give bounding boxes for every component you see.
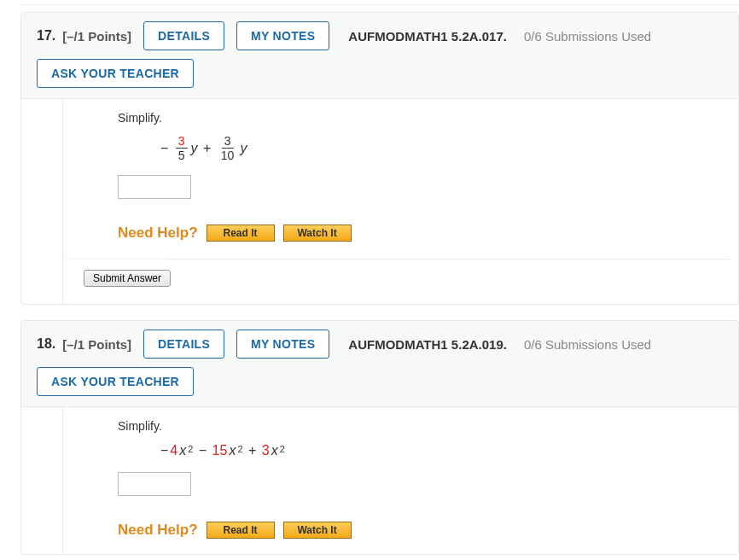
exponent: 2 — [188, 444, 193, 454]
answer-input[interactable] — [118, 472, 191, 496]
variable: x — [229, 443, 236, 458]
need-help-label: Need Help? — [118, 225, 198, 242]
variable: y — [191, 141, 198, 156]
need-help-row: Need Help? Read It Watch It — [118, 225, 730, 242]
details-button[interactable]: DETAILS — [143, 21, 224, 50]
exponent: 2 — [280, 444, 285, 454]
variable: x — [271, 443, 278, 458]
question-number: 17. — [37, 28, 55, 44]
instruction-text: Simplify. — [118, 419, 730, 433]
question-header: 18. [–/1 Points] DETAILS MY NOTES AUFMOD… — [21, 321, 738, 407]
denominator: 5 — [176, 149, 188, 161]
need-help-label: Need Help? — [118, 522, 198, 539]
answer-input[interactable] — [118, 175, 191, 199]
my-notes-button[interactable]: MY NOTES — [236, 21, 329, 50]
ask-teacher-button[interactable]: ASK YOUR TEACHER — [37, 59, 194, 88]
submissions-used: 0/6 Submissions Used — [524, 29, 651, 44]
question-body: Simplify. −4x2 − 15x2 + 3x2 Need Help? R… — [62, 407, 738, 554]
math-expression: −4x2 − 15x2 + 3x2 — [160, 443, 730, 458]
question-body: Simplify. − 3 5 y + 3 10 y Need Help? Re… — [62, 99, 738, 304]
submit-row: Submit Answer — [63, 259, 730, 295]
watch-it-button[interactable]: Watch It — [283, 225, 352, 242]
submit-answer-button[interactable]: Submit Answer — [84, 270, 171, 287]
variable: x — [179, 443, 186, 458]
question-code: AUFMODMATH1 5.2A.019. — [348, 337, 507, 352]
question-17: 17. [–/1 Points] DETAILS MY NOTES AUFMOD… — [20, 12, 739, 305]
numerator: 3 — [176, 135, 188, 149]
math-expression: − 3 5 y + 3 10 y — [160, 135, 730, 161]
question-18: 18. [–/1 Points] DETAILS MY NOTES AUFMOD… — [20, 320, 739, 555]
denominator: 10 — [218, 149, 237, 161]
question-number: 18. — [37, 336, 55, 352]
coef: 15 — [212, 443, 228, 458]
question-points: [–/1 Points] — [62, 29, 131, 44]
question-code: AUFMODMATH1 5.2A.017. — [348, 29, 507, 44]
details-button[interactable]: DETAILS — [143, 330, 224, 359]
exponent: 2 — [237, 444, 242, 454]
numerator: 3 — [222, 135, 234, 149]
read-it-button[interactable]: Read It — [207, 522, 275, 539]
ask-teacher-button[interactable]: ASK YOUR TEACHER — [37, 367, 194, 396]
question-points: [–/1 Points] — [62, 337, 131, 352]
coef: 4 — [170, 443, 177, 458]
need-help-row: Need Help? Read It Watch It — [118, 522, 730, 539]
watch-it-button[interactable]: Watch It — [283, 522, 352, 539]
submissions-used: 0/6 Submissions Used — [524, 337, 651, 352]
question-header: 17. [–/1 Points] DETAILS MY NOTES AUFMOD… — [21, 13, 738, 99]
instruction-text: Simplify. — [118, 111, 730, 125]
read-it-button[interactable]: Read It — [207, 225, 275, 242]
coef: 3 — [262, 443, 270, 458]
my-notes-button[interactable]: MY NOTES — [236, 330, 329, 359]
variable: y — [240, 141, 247, 156]
